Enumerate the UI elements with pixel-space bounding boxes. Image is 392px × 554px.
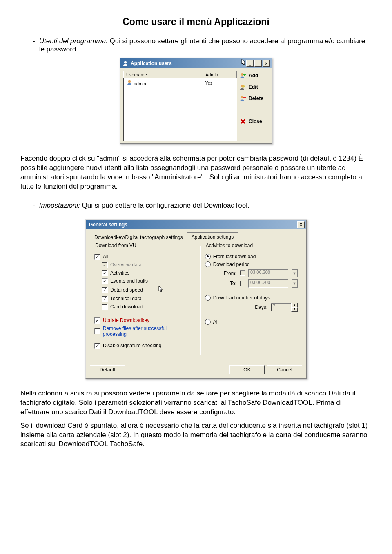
paragraph-card-explain: Se il download Card è spuntato, allora è… (20, 421, 372, 449)
radio-period[interactable]: Download period (205, 261, 298, 267)
checkbox-label: Detailed speed (110, 287, 143, 293)
window-title: Application users (131, 60, 241, 66)
window-buttons: _ □ × (246, 60, 270, 67)
dropdown-icon: ▼ (292, 269, 298, 277)
group-download-from-vu: Download from VU ✓ All ✓ Overview data ✓… (90, 246, 196, 355)
group-activities-to-download: Activities to download From last downloa… (200, 246, 302, 355)
ok-button[interactable]: OK (229, 365, 265, 374)
col-admin[interactable]: Admin (203, 71, 236, 78)
minimize-button[interactable]: _ (246, 60, 254, 67)
edit-user-icon (240, 84, 246, 90)
group-legend: Download from VU (94, 243, 138, 248)
table-header-row: Username Admin (124, 71, 237, 78)
application-users-window: Application users _ □ × Username Admin (120, 58, 272, 144)
spin-up: ▲ (291, 303, 298, 307)
to-label: To: (230, 281, 236, 286)
to-row: To: 03.06.200 ▼ (205, 279, 298, 288)
radio-label: From last download (213, 254, 256, 259)
svg-point-1 (128, 80, 131, 83)
checkbox-overview: ✓ Overview data (102, 262, 192, 268)
close-icon (240, 118, 246, 125)
paragraph-admin-explain: Facendo doppio click su "admin" si acced… (20, 154, 372, 192)
checkbox-label: Remove files after successfull processin… (103, 326, 192, 337)
group-legend: Activities to download (204, 243, 254, 248)
checkbox-card-download[interactable]: Card download (102, 304, 192, 310)
bullet-dash: - (33, 201, 35, 210)
tab-downloadkey[interactable]: Downloadkey/Digital tachograph settings (90, 233, 187, 241)
close-button[interactable]: × (263, 60, 270, 67)
add-label: Add (249, 73, 258, 78)
default-button[interactable]: Default (90, 365, 125, 374)
radio-all[interactable]: All (205, 319, 298, 325)
checkbox-detailed-speed[interactable]: ✓ Detailed speed (102, 286, 192, 294)
delete-user-icon (240, 95, 246, 102)
checkbox-label: Activities (110, 270, 129, 276)
checkbox-label: All (103, 254, 108, 259)
edit-button[interactable]: Edit (240, 84, 269, 90)
close-button[interactable]: × (297, 221, 305, 228)
radio-number-of-days[interactable]: Download number of days (205, 295, 298, 301)
radio-label: Download period (213, 261, 250, 267)
spinner-buttons: ▲ ▼ (291, 303, 298, 312)
col-username[interactable]: Username (124, 71, 203, 78)
svg-point-4 (241, 96, 243, 98)
users-list[interactable]: Username Admin admin Yes (123, 71, 237, 141)
from-date-input: 03.06.200 (248, 269, 288, 277)
user-icon (122, 60, 129, 67)
impostazioni-rest: Qui si può settare la configurazione del… (80, 201, 249, 209)
from-checkbox (240, 270, 245, 276)
to-checkbox (240, 281, 245, 286)
days-input: 7 (271, 303, 291, 311)
bullet-utenti: - Utenti del programma: Qui si possono s… (33, 37, 372, 54)
bullet-text: Impostazioni: Qui si può settare la conf… (39, 201, 372, 210)
edit-label: Edit (249, 84, 258, 90)
checkbox-events[interactable]: ✓ Events and faults (102, 278, 192, 284)
from-label: From: (224, 270, 236, 276)
checkbox-label: Events and faults (110, 278, 148, 284)
delete-label: Delete (249, 96, 263, 101)
tab-application-settings[interactable]: Application settings (187, 232, 238, 241)
bullet-text: Utenti del programma: Qui si possono set… (39, 37, 372, 54)
svg-point-2 (241, 73, 243, 76)
checkbox-label: Overview data (110, 262, 142, 268)
checkbox-update-downloadkey[interactable]: ✓ Update Downloadkey (94, 317, 192, 324)
checkbox-technical[interactable]: ✓ Technical data (102, 296, 192, 302)
tabs: Downloadkey/Digital tachograph settings … (90, 232, 302, 241)
cancel-button[interactable]: Cancel (267, 365, 302, 374)
checkbox-activities[interactable]: ✓ Activities (102, 270, 192, 276)
dropdown-icon: ▼ (292, 279, 298, 288)
radio-label: All (213, 319, 218, 325)
cell-admin: Yes (203, 78, 236, 87)
window-title: General settings (87, 222, 297, 228)
checkbox-label: Card download (110, 304, 143, 310)
add-user-icon (240, 72, 246, 79)
titlebar[interactable]: General settings × (86, 220, 306, 229)
cell-username: admin (134, 81, 146, 86)
general-settings-window: General settings × Downloadkey/Digital t… (85, 219, 307, 379)
radio-from-last[interactable]: From last download (205, 254, 298, 259)
checkbox-label: Technical data (110, 296, 142, 302)
from-row: From: 03.06.200 ▼ (205, 269, 298, 277)
checkbox-remove-files[interactable]: Remove files after successfull processin… (94, 326, 192, 337)
paragraph-columns-explain: Nella colonna a sinistra si possono vede… (20, 389, 372, 417)
checkbox-all[interactable]: ✓ All (94, 254, 192, 260)
window-buttons: × (297, 221, 305, 228)
utenti-prefix: Utenti del programma: (39, 37, 108, 45)
titlebar[interactable]: Application users _ □ × (120, 58, 272, 68)
add-button[interactable]: Add (240, 72, 269, 79)
cursor-icon (158, 286, 164, 293)
cursor-icon (241, 59, 247, 66)
checkbox-disable-signature[interactable]: ✓ Disable signature checking (94, 343, 192, 349)
maximize-button[interactable]: □ (254, 60, 262, 67)
radio-label: Download number of days (213, 295, 270, 301)
user-row-icon (126, 79, 133, 86)
checkbox-label: Update Downloadkey (103, 317, 149, 323)
checkbox-label: Disable signature checking (103, 343, 161, 348)
bullet-impostazioni: - Impostazioni: Qui si può settare la co… (33, 201, 372, 210)
close-action-button[interactable]: Close (240, 118, 269, 125)
days-label: Days: (255, 304, 267, 310)
delete-button[interactable]: Delete (240, 95, 269, 102)
table-row[interactable]: admin Yes (124, 78, 237, 87)
bullet-dash: - (33, 37, 35, 54)
days-row: Days: 7 ▲ ▼ (205, 303, 298, 312)
